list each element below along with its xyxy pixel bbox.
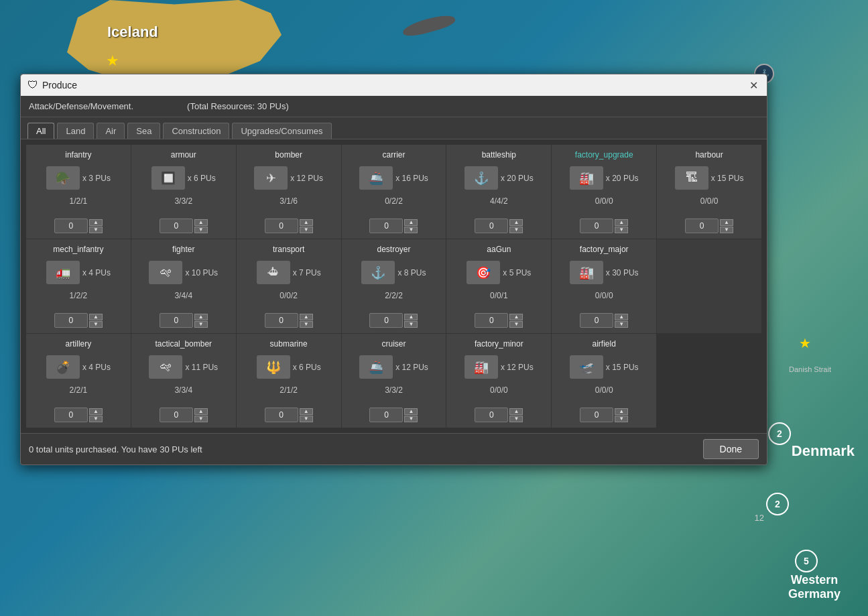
increment-button[interactable]: ▲ <box>404 408 418 415</box>
increment-button[interactable]: ▲ <box>404 219 418 226</box>
increment-button[interactable]: ▲ <box>615 408 628 415</box>
unit-counter: ▲▼ <box>369 219 418 233</box>
tab-all[interactable]: All <box>27 123 54 139</box>
unit-icon-area: 🏗x 15 PUs <box>661 166 757 190</box>
increment-button[interactable]: ▲ <box>194 219 208 226</box>
unit-quantity-input[interactable] <box>685 219 719 233</box>
increment-button[interactable]: ▲ <box>89 314 103 320</box>
unit-cost: x 15 PUs <box>711 174 744 183</box>
tab-land[interactable]: Land <box>57 123 94 139</box>
unit-icon-area: 🛩x 10 PUs <box>135 261 232 284</box>
unit-name: factory_major <box>580 245 629 254</box>
increment-button[interactable]: ▲ <box>509 219 523 226</box>
unit-cell-cruiser: cruiser🚢x 12 PUs3/3/2▲▼ <box>342 334 446 428</box>
unit-counter: ▲▼ <box>580 408 628 422</box>
decrement-button[interactable]: ▼ <box>404 227 418 233</box>
unit-icon: 🏭 <box>570 166 603 190</box>
unit-quantity-input[interactable] <box>475 408 508 422</box>
unit-cell-battleship: battleship⚓x 20 PUs4/4/2▲▼ <box>446 145 551 239</box>
decrement-button[interactable]: ▼ <box>194 416 208 422</box>
map-number-12: 12 <box>755 513 764 523</box>
unit-cost: x 3 PUs <box>82 174 111 183</box>
unit-counter: ▲▼ <box>369 313 418 328</box>
increment-button[interactable]: ▲ <box>194 408 208 415</box>
decrement-button[interactable]: ▼ <box>300 227 313 233</box>
unit-counter: ▲▼ <box>160 408 208 422</box>
tab-sea[interactable]: Sea <box>127 123 160 139</box>
counter-buttons: ▲▼ <box>89 219 103 233</box>
decrement-button[interactable]: ▼ <box>615 227 628 233</box>
unit-name: factory_minor <box>475 339 523 349</box>
increment-button[interactable]: ▲ <box>194 314 208 320</box>
unit-stats: 3/4/4 <box>174 291 192 300</box>
unit-cost: x 15 PUs <box>606 363 639 372</box>
dialog-close-button[interactable]: ✕ <box>747 78 760 92</box>
unit-quantity-input[interactable] <box>160 313 193 328</box>
produce-dialog: 🛡 Produce ✕ Attack/Defense/Movement. (To… <box>20 74 767 465</box>
unit-quantity-input[interactable] <box>265 219 298 233</box>
increment-button[interactable]: ▲ <box>89 219 103 226</box>
unit-quantity-input[interactable] <box>475 313 508 328</box>
unit-quantity-input[interactable] <box>580 313 613 328</box>
increment-button[interactable]: ▲ <box>300 314 313 320</box>
increment-button[interactable]: ▲ <box>615 314 628 320</box>
decrement-button[interactable]: ▼ <box>89 227 103 233</box>
decrement-button[interactable]: ▼ <box>89 321 103 328</box>
decrement-button[interactable]: ▼ <box>509 321 523 328</box>
decrement-button[interactable]: ▼ <box>89 416 103 422</box>
increment-button[interactable]: ▲ <box>509 314 523 320</box>
unit-quantity-input[interactable] <box>580 219 613 233</box>
iceland-label: Iceland <box>107 23 158 41</box>
unit-quantity-input[interactable] <box>475 219 508 233</box>
unit-stats: 0/2/2 <box>385 196 403 206</box>
unit-icon-area: 🏭x 30 PUs <box>556 261 652 284</box>
unit-stats: 0/0/0 <box>595 291 613 300</box>
unit-quantity-input[interactable] <box>369 219 403 233</box>
decrement-button[interactable]: ▼ <box>720 227 733 233</box>
unit-counter: ▲▼ <box>54 313 103 328</box>
unit-stats: 3/3/4 <box>174 385 192 395</box>
increment-button[interactable]: ▲ <box>615 219 628 226</box>
tab-construction[interactable]: Construction <box>163 123 229 139</box>
unit-quantity-input[interactable] <box>369 313 403 328</box>
unit-icon: 🪖 <box>46 166 80 190</box>
unit-cost: x 12 PUs <box>395 363 428 372</box>
unit-quantity-input[interactable] <box>265 408 298 422</box>
decrement-button[interactable]: ▼ <box>615 416 628 422</box>
unit-stats: 3/3/2 <box>385 385 403 395</box>
unit-cell-armour: armour🔲x 6 PUs3/3/2▲▼ <box>131 145 236 239</box>
increment-button[interactable]: ▲ <box>300 219 313 226</box>
decrement-button[interactable]: ▼ <box>404 321 418 328</box>
increment-button[interactable]: ▲ <box>720 219 733 226</box>
decrement-button[interactable]: ▼ <box>509 416 523 422</box>
increment-button[interactable]: ▲ <box>404 314 418 320</box>
done-button[interactable]: Done <box>703 439 759 459</box>
unit-quantity-input[interactable] <box>54 313 88 328</box>
decrement-button[interactable]: ▼ <box>194 321 208 328</box>
unit-quantity-input[interactable] <box>54 408 88 422</box>
unit-quantity-input[interactable] <box>160 408 193 422</box>
increment-button[interactable]: ▲ <box>509 408 523 415</box>
decrement-button[interactable]: ▼ <box>194 227 208 233</box>
unit-quantity-input[interactable] <box>580 408 613 422</box>
unit-stats: 0/0/1 <box>490 291 508 300</box>
circle-label-2a: 2 <box>768 422 791 445</box>
decrement-button[interactable]: ▼ <box>300 416 313 422</box>
iceland-star-icon: ★ <box>106 52 119 70</box>
unit-cell-tactical_bomber: tactical_bomber🛩x 11 PUs3/3/4▲▼ <box>131 334 236 428</box>
unit-quantity-input[interactable] <box>369 408 403 422</box>
unit-stats: 0/0/0 <box>700 196 719 206</box>
tab-air[interactable]: Air <box>97 123 125 139</box>
decrement-button[interactable]: ▼ <box>615 321 628 328</box>
decrement-button[interactable]: ▼ <box>509 227 523 233</box>
decrement-button[interactable]: ▼ <box>404 416 418 422</box>
unit-icon: 🛩 <box>149 261 182 284</box>
unit-quantity-input[interactable] <box>54 219 88 233</box>
decrement-button[interactable]: ▼ <box>300 321 313 328</box>
increment-button[interactable]: ▲ <box>300 408 313 415</box>
tab-upgrades[interactable]: Upgrades/Consumes <box>232 123 331 139</box>
unit-quantity-input[interactable] <box>265 313 298 328</box>
unit-stats: 0/0/0 <box>595 196 613 206</box>
unit-quantity-input[interactable] <box>160 219 193 233</box>
increment-button[interactable]: ▲ <box>89 408 103 415</box>
